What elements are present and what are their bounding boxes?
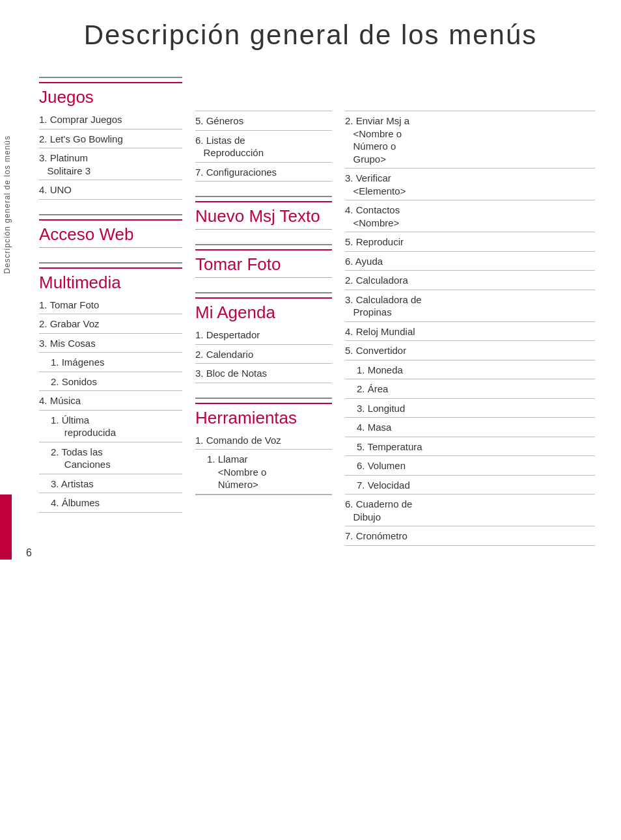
section-nuevo-msj-texto: Nuevo Msj Texto [195, 201, 332, 226]
list-item: 3. Mis Cosas [39, 334, 182, 353]
top-divider-herramientas [195, 398, 332, 399]
list-item: 5. Géneros [195, 111, 332, 131]
list-item: 3. Bloc de Notas [195, 364, 332, 383]
list-item: 6. Ayuda [345, 252, 595, 271]
page-title: Descripción general de los menús [26, 20, 595, 57]
list-item: 2. Enviar Msj a <Nombre o Número o Grupo… [345, 111, 595, 169]
content-grid: Juegos 1. Comprar Juegos 2. Let's Go Bow… [39, 77, 595, 546]
top-divider-nuevo-msj [195, 196, 332, 197]
list-item: 5. Reproducir [345, 232, 595, 252]
list-item: 3. Platinum Solitaire 3 [39, 148, 182, 180]
column-2: 5. Géneros 6. Listas de Reproducción 7. … [195, 77, 332, 546]
list-item: 1. Comprar Juegos [39, 110, 182, 129]
list-item: 7. Velocidad [345, 476, 595, 495]
section-acceso-web: Acceso Web [39, 219, 182, 245]
list-item: 6. Listas de Reproducción [195, 131, 332, 163]
list-item: 2. Área [345, 379, 595, 399]
list-item: 4. Contactos <Nombre> [345, 200, 595, 232]
column-1: Juegos 1. Comprar Juegos 2. Let's Go Bow… [39, 77, 182, 546]
list-item: 1. Llamar <Nombre o Número> [195, 450, 332, 495]
section-multimedia: Multimedia [39, 267, 182, 293]
list-item: 6. Cuaderno de Dibujo [345, 495, 595, 526]
list-item: 2. Grabar Voz [39, 314, 182, 334]
page-wrapper: Descripción general de los menús Descrip… [0, 0, 621, 572]
side-label: Descripción general de los menús [0, 130, 14, 279]
top-divider-tomar-foto [195, 244, 332, 245]
list-item: 1. Moneda [345, 360, 595, 380]
list-item: 1. Imágenes [39, 353, 182, 372]
top-divider-juegos [39, 77, 182, 78]
list-item: 5. Temperatura [345, 437, 595, 457]
list-item: 4. Masa [345, 418, 595, 437]
section-mi-agenda: Mi Agenda [195, 297, 332, 323]
page-number: 6 [26, 547, 32, 559]
list-item: 4. Reloj Mundial [345, 322, 595, 342]
column-3: 2. Enviar Msj a <Nombre o Número o Grupo… [345, 111, 595, 546]
list-item: 6. Volumen [345, 456, 595, 476]
divider-herramientas-end [195, 495, 332, 495]
top-divider-mi-agenda [195, 292, 332, 293]
list-item: 4. Música [39, 391, 182, 411]
list-item: 3. Calculadora de Propinas [345, 290, 595, 322]
top-divider-acceso [39, 214, 182, 215]
list-item: 7. Cronómetro [345, 526, 595, 546]
list-item: 2. Todas las Canciones [39, 442, 182, 474]
list-item: 3. Verificar <Elemento> [345, 169, 595, 200]
list-item: 5. Convertidor [345, 341, 595, 360]
section-herramientas: Herramientas [195, 403, 332, 428]
list-item: 2. Calendario [195, 345, 332, 364]
list-item: 4. UNO [39, 180, 182, 200]
list-item: 3. Longitud [345, 399, 595, 418]
section-juegos: Juegos [39, 82, 182, 107]
red-accent-bar [0, 495, 12, 560]
list-item: 2. Calculadora [345, 271, 595, 290]
list-item: 1. Tomar Foto [39, 295, 182, 315]
list-item: 1. Última reproducida [39, 411, 182, 442]
list-item: 7. Configuraciones [195, 163, 332, 182]
list-item: 2. Let's Go Bowling [39, 129, 182, 149]
list-item: 4. Álbumes [39, 493, 182, 513]
list-item: 3. Artistas [39, 474, 182, 494]
list-item: 1. Comando de Voz [195, 431, 332, 450]
section-tomar-foto: Tomar Foto [195, 249, 332, 275]
top-divider-multimedia [39, 262, 182, 264]
list-item: 1. Despertador [195, 325, 332, 345]
list-item: 2. Sonidos [39, 372, 182, 392]
